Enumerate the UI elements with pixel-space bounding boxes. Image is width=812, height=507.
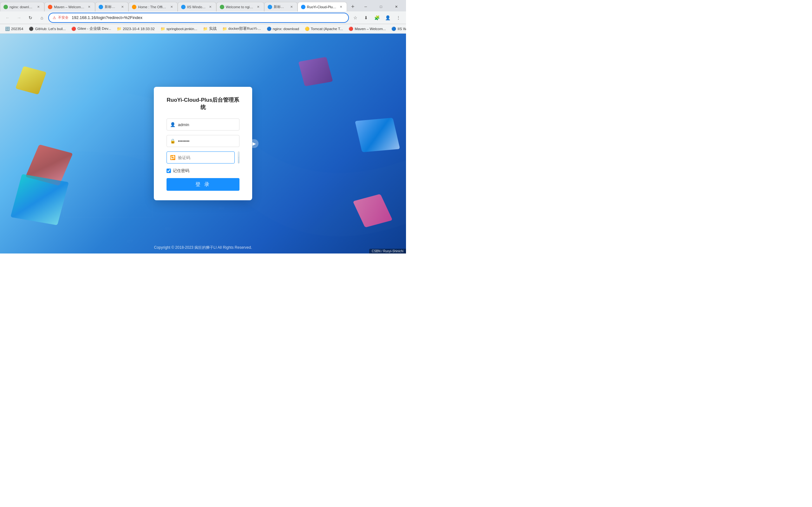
password-input[interactable]: [178, 139, 236, 144]
close-button[interactable]: ✕: [389, 2, 403, 11]
tab-close-button[interactable]: ✕: [289, 4, 294, 9]
bookmark-item-202354[interactable]: 🔢 202354: [3, 25, 26, 33]
minimize-button[interactable]: ─: [358, 2, 373, 11]
password-form-group: 🔒: [166, 135, 240, 147]
tab-welcome-nginx[interactable]: Welcome to nginx! ✕: [216, 2, 264, 11]
bookmark-label: 2023-10-4 18:33:32: [123, 27, 154, 31]
bookmark-item-iis[interactable]: 🔵 IIS Windows: [389, 25, 406, 33]
tab-favicon: [48, 5, 52, 9]
bookmark-item-springboot[interactable]: 📁 springboot-jenkin...: [158, 25, 200, 33]
bookmark-label: 202354: [11, 27, 23, 31]
bookmark-item-tomcat[interactable]: 🟡 Tomcat (Apache T...: [302, 25, 345, 33]
security-icon: ⚠: [53, 15, 56, 20]
tab-title: IIS Windows: [187, 5, 206, 9]
maximize-button[interactable]: □: [374, 2, 388, 11]
tab-title: RuoYi-Cloud-Plus...: [307, 5, 337, 9]
bookmark-item-docker[interactable]: 📁 docker部署RuoYi-...: [220, 25, 264, 33]
bookmark-item-date[interactable]: 📁 2023-10-4 18:33:32: [114, 25, 157, 33]
reload-button[interactable]: ↻: [26, 13, 36, 23]
forward-button[interactable]: →: [14, 13, 24, 23]
bookmark-icon: ⚫: [29, 26, 34, 31]
login-title: RuoYi-Cloud-Plus后台管理系统: [166, 96, 240, 111]
bookmark-label: docker部署RuoYi-...: [229, 26, 261, 31]
tab-new2[interactable]: 新标签页 ✕: [264, 2, 298, 11]
new-tab-button[interactable]: +: [348, 2, 357, 11]
captcha-row: 🔁 A 3 b 7: [166, 152, 240, 164]
tab-title: Maven – Welcome...: [54, 5, 85, 9]
captcha-image[interactable]: A 3 b 7: [238, 152, 240, 164]
bookmark-icon: 🟡: [305, 26, 310, 31]
window-controls: ─ □ ✕: [358, 2, 406, 11]
back-button[interactable]: ←: [3, 13, 13, 23]
captcha-refresh-arrow[interactable]: ▶: [250, 139, 258, 148]
tab-close-button[interactable]: ✕: [120, 4, 125, 9]
tab-iis[interactable]: IIS Windows ✕: [177, 2, 216, 11]
status-text: CSBN / Ruoyi-Shinichi: [372, 249, 403, 253]
insecure-label: 不安全: [58, 15, 68, 20]
browser-chrome: nginx: download ✕ Maven – Welcome... ✕ 新…: [0, 0, 406, 34]
page-content: 500 477 806 ▶ RuoYi-Cloud-Plus后台管理系统 👤 🔒: [0, 34, 406, 253]
profile-button[interactable]: 👤: [383, 13, 393, 23]
tab-favicon: [268, 5, 272, 9]
status-bar: CSBN / Ruoyi-Shinichi: [369, 249, 406, 253]
extensions-button[interactable]: 🧩: [372, 13, 382, 23]
bookmark-item-nginx[interactable]: 🔵 nginx: download: [264, 25, 302, 33]
svg-text:500: 500: [165, 227, 171, 231]
tab-home-official[interactable]: Home : The Official ✕: [129, 2, 177, 11]
remember-label[interactable]: 记住密码: [173, 168, 189, 174]
page-footer: Copyright © 2018-2023 疯狂的狮子LI All Rights…: [0, 245, 406, 250]
bookmark-label: Gitee - 企业级 Dev...: [78, 26, 111, 31]
menu-button[interactable]: ⋮: [393, 13, 403, 23]
tab-maven[interactable]: Maven – Welcome... ✕: [44, 2, 95, 11]
bookmark-label: Tomcat (Apache T...: [311, 27, 343, 31]
download-button[interactable]: ⬇: [361, 13, 371, 23]
tab-title: nginx: download: [9, 5, 34, 9]
password-input-wrapper: 🔒: [166, 135, 240, 147]
captcha-input-wrapper: 🔁: [166, 152, 235, 164]
tab-close-button[interactable]: ✕: [256, 4, 261, 9]
username-input-wrapper: 👤: [166, 118, 240, 130]
tab-close-button[interactable]: ✕: [208, 4, 213, 9]
bookmark-label: IIS Windows: [397, 27, 406, 31]
tab-close-button[interactable]: ✕: [339, 4, 344, 9]
home-button[interactable]: ⌂: [37, 13, 47, 23]
tab-title: 新标签页: [274, 4, 287, 9]
tab-close-button[interactable]: ✕: [36, 4, 41, 9]
bookmark-icon: 📁: [203, 26, 208, 31]
bookmark-star-button[interactable]: ☆: [350, 13, 360, 23]
bookmark-item-maven[interactable]: 🔴 Maven – Welcom...: [346, 25, 388, 33]
tab-title: Home : The Official: [138, 5, 167, 9]
navigation-bar: ← → ↻ ⌂ ⚠ 不安全 ☆ ⬇ 🧩 👤 ⋮: [0, 11, 406, 24]
tab-favicon: [301, 5, 305, 9]
bookmark-label: 实战: [209, 26, 217, 31]
bookmark-label: GitHub: Let's buil...: [35, 27, 66, 31]
bookmark-item-shizhan[interactable]: 📁 实战: [200, 25, 219, 33]
remember-row: 记住密码: [166, 168, 240, 174]
bookmark-icon: 🔵: [267, 26, 271, 31]
bookmark-icon: 📁: [160, 26, 165, 31]
username-input[interactable]: [178, 122, 236, 127]
bookmark-icon: 🔴: [349, 26, 353, 31]
tab-close-button[interactable]: ✕: [169, 4, 174, 9]
bookmarks-bar: 🔢 202354 ⚫ GitHub: Let's buil... 🔴 Gitee…: [0, 24, 406, 34]
tab-nginx-download[interactable]: nginx: download ✕: [0, 2, 44, 11]
captcha-input[interactable]: [178, 155, 231, 160]
bookmark-icon: 📁: [222, 26, 227, 31]
bookmark-icon: 📁: [117, 26, 121, 31]
tab-close-button[interactable]: ✕: [87, 4, 92, 9]
tab-bar: nginx: download ✕ Maven – Welcome... ✕ 新…: [0, 0, 406, 11]
svg-text:806: 806: [219, 207, 224, 210]
bookmark-label: springboot-jenkin...: [166, 27, 197, 31]
tab-new1[interactable]: 新标签页 ✕: [95, 2, 129, 11]
address-bar[interactable]: ⚠ 不安全: [48, 13, 349, 23]
remember-checkbox[interactable]: [166, 169, 171, 173]
bookmark-icon: 🔵: [392, 26, 396, 31]
bookmark-item-github[interactable]: ⚫ GitHub: Let's buil...: [26, 25, 68, 33]
address-input[interactable]: [72, 15, 345, 20]
login-button[interactable]: 登 录: [166, 178, 240, 191]
user-icon: 👤: [170, 122, 175, 127]
bookmark-item-gitee[interactable]: 🔴 Gitee - 企业级 Dev...: [69, 25, 113, 33]
tab-ruoyi[interactable]: RuoYi-Cloud-Plus... ✕: [298, 2, 347, 11]
bookmark-icon: 🔴: [71, 26, 76, 31]
tab-favicon: [132, 5, 136, 9]
